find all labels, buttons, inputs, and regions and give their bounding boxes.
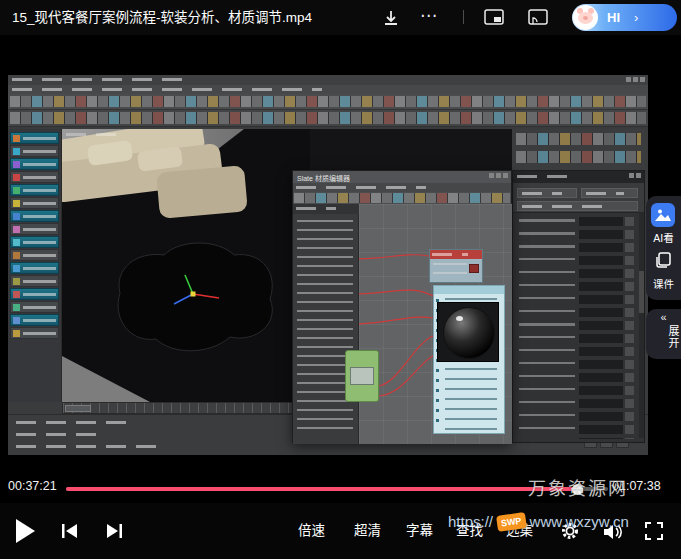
layer-row	[10, 301, 59, 313]
layer-label-stripe	[23, 332, 56, 335]
browser-list	[297, 220, 353, 435]
layer-row	[10, 236, 59, 248]
video-surface[interactable]: Slate 材质编辑器	[0, 35, 681, 503]
layer-label-stripe	[23, 254, 56, 257]
layer-row	[10, 288, 59, 300]
subtitles-button[interactable]: 字幕	[406, 503, 433, 559]
screen-cast-icon[interactable]	[528, 9, 548, 25]
layer-color-chip	[13, 330, 20, 337]
find-button[interactable]: 查找	[456, 503, 483, 559]
layer-row	[10, 275, 59, 287]
material-preview-frame	[437, 302, 499, 362]
layer-color-chip	[13, 265, 20, 272]
layer-color-chip	[13, 135, 20, 142]
node-view	[359, 204, 512, 444]
layer-row	[10, 327, 59, 339]
episodes-button[interactable]: 选集	[506, 503, 533, 559]
quality-button[interactable]: 超清	[354, 503, 381, 559]
video-player-app: 15_现代客餐厅案例流程-软装分析、材质调节.mp4 ⋯ HI ›	[0, 0, 681, 559]
user-avatar-pill[interactable]: HI ›	[572, 4, 677, 31]
scrollbar	[639, 213, 644, 438]
download-icon[interactable]	[382, 9, 400, 27]
ai-watch-label[interactable]: AI看	[646, 230, 681, 245]
layer-row	[10, 158, 59, 170]
material-node-selected	[429, 249, 483, 283]
layer-row	[10, 197, 59, 209]
material-editor-title-bar: Slate 材质编辑器	[293, 171, 511, 183]
layer-label-stripe	[23, 163, 56, 166]
layer-row	[10, 223, 59, 235]
next-episode-button[interactable]	[104, 522, 124, 540]
render-settings-window	[512, 170, 645, 443]
layer-color-chip	[13, 239, 20, 246]
playback-speed-button[interactable]: 倍速	[298, 503, 325, 559]
browser-header	[293, 204, 359, 214]
layer-color-chip	[13, 252, 20, 259]
mini-window-icon[interactable]	[484, 9, 504, 25]
play-button[interactable]	[16, 519, 35, 543]
more-menu-icon[interactable]: ⋯	[420, 0, 438, 32]
layer-row	[10, 262, 59, 274]
topbar-divider	[463, 10, 464, 24]
max-application-window: Slate 材质编辑器	[8, 75, 648, 455]
menu-text	[296, 186, 426, 189]
control-bar: https://SWPwww.wxzyw.cn 倍速 超清 字幕 查找 选集	[0, 503, 681, 559]
toolbar-icons	[516, 151, 641, 163]
transform-gizmo	[165, 274, 225, 314]
header-button	[517, 201, 638, 211]
material-preview-sphere	[443, 307, 495, 359]
max-title-text	[12, 78, 182, 81]
material-editor-menu	[293, 183, 511, 192]
window-buttons	[626, 77, 645, 82]
layer-color-chip	[13, 226, 20, 233]
prompt-text	[16, 445, 166, 448]
max-secondary-toolbar	[8, 110, 648, 127]
max-menu-bar	[8, 85, 648, 94]
courseware-icon[interactable]	[654, 251, 672, 269]
url-prefix: https://	[448, 513, 493, 530]
max-main-toolbar	[8, 94, 648, 110]
layer-label-stripe	[23, 176, 56, 179]
current-time: 00:37:21	[8, 479, 57, 493]
previous-episode-button[interactable]	[60, 522, 80, 540]
expand-tab[interactable]: « 展开	[646, 309, 681, 359]
viewport-label	[66, 133, 120, 136]
layer-label-stripe	[23, 228, 56, 231]
layer-label-stripe	[23, 280, 56, 283]
render-settings-title-bar	[513, 171, 644, 183]
layer-color-chip	[13, 213, 20, 220]
brand-watermark: 万象资源网	[528, 474, 628, 500]
layer-row	[10, 184, 59, 196]
status-text	[16, 433, 106, 436]
layer-row	[10, 210, 59, 222]
layer-color-chip	[13, 278, 20, 285]
progress-bar[interactable]	[66, 487, 608, 491]
max-viewport	[62, 129, 310, 402]
layer-label-stripe	[23, 306, 56, 309]
ai-watch-icon[interactable]	[651, 203, 675, 227]
max-title-bar	[8, 75, 648, 85]
toolbar-icons	[10, 112, 646, 124]
swp-badge: SWP	[496, 512, 526, 532]
node-title-text	[432, 253, 468, 256]
sofa-chaise	[156, 165, 248, 218]
fullscreen-icon[interactable]	[644, 521, 664, 541]
max-layer-panel	[8, 129, 62, 402]
url-watermark: https://SWPwww.wxzyw.cn	[448, 513, 629, 530]
avatar	[573, 5, 598, 30]
layer-label-stripe	[23, 189, 56, 192]
avatar-greeting: HI	[607, 10, 620, 25]
color-swatch	[469, 264, 479, 273]
parameter-labels	[519, 219, 575, 439]
header-button	[517, 188, 577, 198]
window-buttons	[629, 173, 641, 178]
layer-color-chip	[13, 291, 20, 298]
layer-color-chip	[13, 200, 20, 207]
url-suffix: www.wxzyw.cn	[530, 513, 629, 530]
map-node-body	[350, 367, 374, 385]
material-editor-title: Slate 材质编辑器	[297, 173, 350, 183]
courseware-label[interactable]: 课件	[646, 276, 681, 291]
chevron-right-icon: ›	[634, 10, 638, 25]
layer-label-stripe	[23, 137, 56, 140]
viewport-floor	[62, 356, 150, 402]
